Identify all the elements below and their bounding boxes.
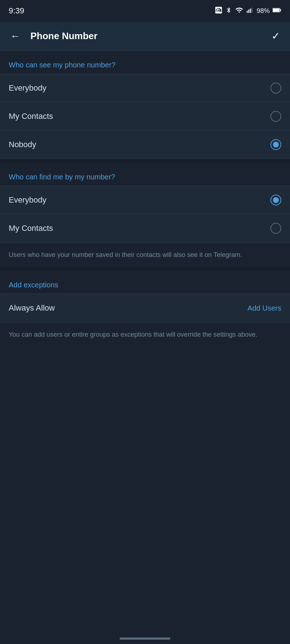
option-mycontacts-find[interactable]: My Contacts: [0, 214, 290, 242]
option-mycontacts-see-label: My Contacts: [9, 112, 53, 121]
option-everybody-see[interactable]: Everybody: [0, 74, 290, 102]
svg-rect-3: [251, 8, 252, 13]
section1-options: Everybody My Contacts Nobody: [0, 74, 290, 159]
option-nobody-see-label: Nobody: [9, 140, 36, 149]
exceptions-group: Always Allow Add Users: [0, 294, 290, 323]
status-time: 9:39: [9, 6, 24, 16]
svg-rect-0: [247, 11, 248, 13]
nfc-icon: [215, 6, 223, 16]
battery-icon: [273, 7, 281, 15]
radio-everybody-see[interactable]: [270, 83, 281, 94]
section2-info: Users who have your number saved in thei…: [0, 243, 290, 267]
home-indicator: [120, 637, 170, 640]
radio-nobody-see[interactable]: [270, 139, 281, 150]
svg-rect-1: [248, 9, 249, 13]
status-bar: 9:39: [0, 0, 290, 22]
option-everybody-find-label: Everybody: [9, 195, 46, 205]
battery-text: 98%: [257, 7, 270, 15]
separator-2: [0, 267, 290, 271]
option-everybody-find[interactable]: Everybody: [0, 186, 290, 214]
wifi-icon: [235, 6, 244, 16]
svg-rect-5: [273, 9, 279, 12]
option-mycontacts-find-label: My Contacts: [9, 224, 53, 233]
radio-everybody-find[interactable]: [270, 195, 281, 205]
signal-icon: [246, 6, 254, 16]
status-icons: 98%: [215, 6, 281, 16]
radio-mycontacts-see[interactable]: [270, 111, 281, 122]
separator-1: [0, 159, 290, 163]
add-users-button[interactable]: Add Users: [248, 304, 281, 312]
option-nobody-see[interactable]: Nobody: [0, 130, 290, 159]
always-allow-row: Always Allow Add Users: [0, 294, 290, 322]
option-everybody-see-label: Everybody: [9, 83, 46, 93]
bluetooth-icon: [225, 6, 232, 16]
exceptions-section-label: Add exceptions: [0, 271, 290, 294]
always-allow-label: Always Allow: [9, 303, 55, 313]
section2-label: Who can find me by my number?: [0, 163, 290, 186]
back-button[interactable]: ←: [7, 28, 23, 45]
option-mycontacts-see[interactable]: My Contacts: [0, 102, 290, 130]
section2-options: Everybody My Contacts: [0, 186, 290, 243]
svg-rect-6: [280, 9, 281, 11]
radio-mycontacts-find[interactable]: [270, 223, 281, 234]
toolbar: ← Phone Number ✓: [0, 22, 290, 51]
exceptions-info: You can add users or entire groups as ex…: [0, 323, 290, 347]
section1-label: Who can see my phone number?: [0, 51, 290, 74]
confirm-button[interactable]: ✓: [269, 27, 283, 45]
svg-rect-2: [250, 9, 251, 13]
page-title: Phone Number: [30, 30, 269, 42]
